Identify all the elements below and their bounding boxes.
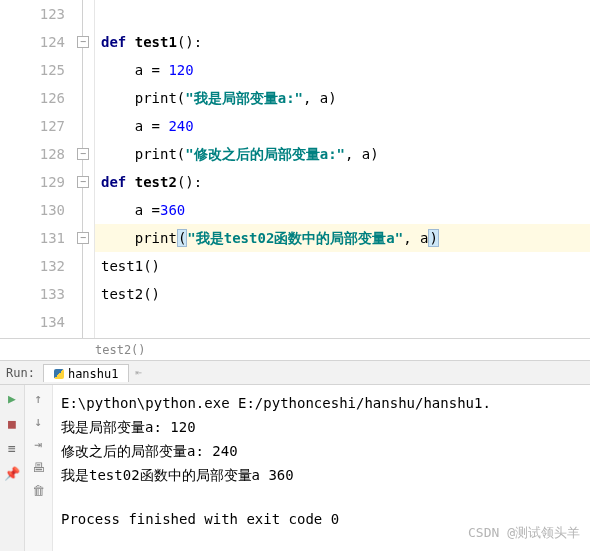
run-header: Run: hanshu1 ⇤ xyxy=(0,361,590,385)
line-number: 134 xyxy=(0,308,65,336)
fold-handle-icon[interactable]: − xyxy=(77,232,89,244)
code-line[interactable]: a =360 xyxy=(95,196,590,224)
code-line[interactable]: def test1(): xyxy=(95,28,590,56)
code-line[interactable]: test2() xyxy=(95,280,590,308)
line-number: 126 xyxy=(0,84,65,112)
code-line[interactable]: a = 120 xyxy=(95,56,590,84)
python-icon xyxy=(54,369,64,379)
code-editor[interactable]: 123124125126127128129130131132133134 −−−… xyxy=(0,0,590,339)
run-tab-label: hanshu1 xyxy=(68,367,119,381)
code-line[interactable]: print("我是局部变量a:", a) xyxy=(95,84,590,112)
trash-icon[interactable]: 🗑 xyxy=(32,483,45,498)
fold-column: −−−− xyxy=(75,0,95,338)
line-number: 127 xyxy=(0,112,65,140)
fold-handle-icon[interactable]: − xyxy=(77,36,89,48)
line-number: 125 xyxy=(0,56,65,84)
code-area[interactable]: def test1(): a = 120 print("我是局部变量a:", a… xyxy=(95,0,590,338)
breadcrumb-text: test2() xyxy=(95,343,146,357)
code-line[interactable]: def test2(): xyxy=(95,168,590,196)
debug-icon[interactable]: ■ xyxy=(8,416,16,431)
line-number: 124 xyxy=(0,28,65,56)
pin-tool-icon[interactable]: 📌 xyxy=(4,466,20,481)
console-line: E:\python\python.exe E:/pythonceshi/hans… xyxy=(61,391,582,415)
line-number: 123 xyxy=(0,0,65,28)
fold-handle-icon[interactable]: − xyxy=(77,176,89,188)
pin-icon[interactable]: ⇤ xyxy=(135,366,142,379)
console-line: 我是局部变量a: 120 xyxy=(61,415,582,439)
line-number: 128 xyxy=(0,140,65,168)
code-line[interactable]: print("我是test02函数中的局部变量a", a) xyxy=(95,224,590,252)
line-number: 130 xyxy=(0,196,65,224)
code-line[interactable] xyxy=(95,0,590,28)
line-number: 132 xyxy=(0,252,65,280)
console-output[interactable]: E:\python\python.exe E:/pythonceshi/hans… xyxy=(53,385,590,551)
down-icon[interactable]: ↓ xyxy=(35,414,43,429)
breadcrumb: test2() xyxy=(0,339,590,361)
line-number: 129 xyxy=(0,168,65,196)
console-line: 我是test02函数中的局部变量a 360 xyxy=(61,463,582,487)
stack-icon[interactable]: ≡ xyxy=(8,441,16,456)
line-gutter: 123124125126127128129130131132133134 xyxy=(0,0,75,338)
run-icon[interactable]: ▶ xyxy=(8,391,16,406)
watermark: CSDN @测试领头羊 xyxy=(468,521,580,545)
run-panel: ▶ ■ ≡ 📌 ↑ ↓ ⇥ 🖶 🗑 E:\python\python.exe E… xyxy=(0,385,590,551)
code-line[interactable]: print("修改之后的局部变量a:", a) xyxy=(95,140,590,168)
code-line[interactable]: test1() xyxy=(95,252,590,280)
line-number: 131 xyxy=(0,224,65,252)
console-line: 修改之后的局部变量a: 240 xyxy=(61,439,582,463)
wrap-icon[interactable]: ⇥ xyxy=(35,437,43,452)
code-line[interactable] xyxy=(95,308,590,336)
line-number: 133 xyxy=(0,280,65,308)
up-icon[interactable]: ↑ xyxy=(35,391,43,406)
run-label: Run: xyxy=(6,366,35,380)
fold-handle-icon[interactable]: − xyxy=(77,148,89,160)
run-toolbar-secondary: ↑ ↓ ⇥ 🖶 🗑 xyxy=(25,385,53,551)
run-tab[interactable]: hanshu1 xyxy=(43,364,130,382)
print-icon[interactable]: 🖶 xyxy=(32,460,45,475)
code-line[interactable]: a = 240 xyxy=(95,112,590,140)
run-toolbar-primary: ▶ ■ ≡ 📌 xyxy=(0,385,25,551)
